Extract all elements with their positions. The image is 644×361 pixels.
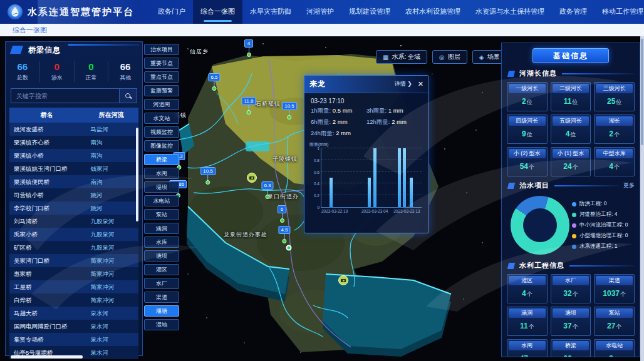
marker-dot	[287, 115, 291, 119]
nav-item[interactable]: 水资源与水土保持管理	[468, 0, 552, 24]
layer-button[interactable]: 重点节点	[144, 71, 179, 83]
table-row[interactable]: 集贤专场桥泉水河	[9, 333, 138, 346]
layer-button[interactable]: 重要节点	[144, 58, 179, 69]
marker-value: 10.5	[200, 167, 216, 175]
river-name-cell: 姚河	[84, 188, 138, 201]
station-marker[interactable]: 10.5	[200, 164, 216, 185]
metric-value: 1 mm	[388, 107, 403, 114]
table-row[interactable]: 矿区桥九股泉河	[9, 241, 138, 254]
layer-button[interactable]: 桥梁	[144, 154, 179, 165]
card-unit: 个	[573, 356, 578, 357]
marker-dot	[247, 53, 251, 57]
layer-button[interactable]: 渠道	[144, 292, 179, 303]
map-control-label: 水系: 全域	[392, 53, 420, 61]
layer-button[interactable]: 图像监控	[144, 140, 179, 151]
layer-button[interactable]: 湿地	[144, 319, 179, 330]
table-vertical-scrollbar[interactable]	[136, 128, 138, 221]
table-row[interactable]: 吴家湾门口桥简家冲河	[9, 254, 138, 267]
map-control[interactable]: ◎图层	[432, 50, 467, 64]
table-row[interactable]: 栗溪镇小桥南沟	[9, 149, 138, 162]
layer-button[interactable]: 堤坝	[144, 181, 179, 193]
stat-value: 66	[6, 61, 39, 72]
table-row[interactable]: 国网电网博爱门口桥泉水河	[9, 320, 138, 333]
station-marker[interactable]: 4	[244, 36, 253, 57]
table-row[interactable]: 栗溪镇姚玉湾门口桥钱家河	[9, 162, 138, 175]
layer-button[interactable]: 塘坝	[144, 250, 179, 262]
table-row[interactable]: 栗溪镇齐心桥南沟	[9, 136, 138, 149]
nav-item[interactable]: 政务门户	[150, 0, 193, 24]
nav-item[interactable]: 移动工作管理	[595, 0, 644, 24]
search-button[interactable]	[120, 88, 137, 103]
table-row[interactable]: 禹家小桥九股泉河	[9, 228, 138, 241]
table-row[interactable]: 刘马湾桥九股泉河	[9, 215, 138, 228]
layer-button[interactable]: 水库	[144, 236, 179, 248]
layer-button[interactable]: 灌区	[144, 264, 179, 275]
station-marker[interactable]: 6	[278, 202, 286, 223]
table-row[interactable]: 姚河发盛桥马盐河	[9, 123, 138, 136]
table-row[interactable]: 工星桥简家冲河	[9, 280, 138, 293]
nav-item[interactable]: 河湖管护	[299, 0, 341, 24]
card-value: 37个	[553, 318, 589, 334]
layer-button[interactable]: 监测预警	[144, 85, 179, 96]
basic-info-button[interactable]: 基础信息	[532, 48, 609, 63]
layer-button[interactable]: 河道闸	[144, 99, 179, 110]
table-row[interactable]: 马趟大桥泉水河	[9, 307, 138, 320]
river-name-cell: 泉水河	[84, 346, 138, 359]
layer-button[interactable]: 水电站	[144, 195, 179, 206]
poi-marker[interactable]	[286, 245, 292, 251]
table-row[interactable]: 栗溪镇便民桥南沟	[9, 175, 138, 188]
table-row[interactable]: 惠家桥简家冲河	[9, 267, 138, 280]
layer-button[interactable]: 水文站	[144, 113, 179, 124]
station-marker[interactable]: 6.5	[208, 70, 220, 91]
y-tick-label: 1	[317, 146, 319, 151]
main-area: 仙居乡溪镇石桥驿镇子陵铺镇泉口街道办龙泉街道办事处46.511.810.53.3…	[0, 36, 644, 361]
card-unit: 个	[620, 291, 626, 297]
camera-icon[interactable]	[338, 275, 348, 285]
y-tick-label: 0	[317, 205, 319, 210]
camera-icon[interactable]	[247, 173, 257, 183]
bridge-table-body: 姚河发盛桥马盐河栗溪镇齐心桥南沟栗溪镇小桥南沟栗溪镇姚玉湾门口桥钱家河栗溪镇便民…	[9, 123, 138, 359]
layers-icon: ◎	[439, 54, 445, 61]
station-marker[interactable]: 10.5	[282, 99, 297, 119]
section-hydraulic-works: 水利工程信息	[507, 261, 635, 270]
layer-button[interactable]: 泵站	[144, 209, 179, 220]
table-row[interactable]: 李学校门口桥姚河	[9, 201, 138, 215]
table-horizontal-scrollbar[interactable]	[11, 355, 83, 358]
river-name-cell: 南沟	[84, 136, 138, 149]
station-marker[interactable]: 4.5	[278, 223, 290, 243]
popup-detail-link[interactable]: 详情 ❯	[395, 80, 412, 88]
bridge-name-cell: 李学校门口桥	[9, 201, 84, 215]
section-bullet-icon	[507, 71, 515, 77]
layer-button[interactable]: 治水项目	[144, 44, 179, 55]
marker-dot	[283, 239, 287, 243]
scrollbar-thumb[interactable]	[641, 39, 643, 145]
nav-item[interactable]: 农村水利设施管理	[398, 0, 468, 24]
nav-item[interactable]: 政务管理	[552, 0, 595, 24]
chart-gridline	[321, 160, 422, 160]
search-input[interactable]	[11, 88, 120, 103]
station-marker[interactable]: 6.3	[261, 178, 273, 199]
map-control[interactable]: ▦水系: 全域	[376, 50, 427, 64]
nav-item[interactable]: 水旱灾害防御	[242, 0, 299, 24]
window-scrollbar[interactable]	[640, 36, 644, 361]
marker-dot	[212, 86, 217, 91]
card-unit: 位	[570, 131, 576, 138]
chart-gridline	[321, 183, 422, 183]
layer-button[interactable]: 水厂	[144, 278, 179, 289]
close-icon[interactable]: ✕	[418, 80, 423, 88]
nav-item[interactable]: 综合一张图	[193, 0, 242, 24]
station-marker[interactable]: 11.8	[242, 94, 256, 114]
nav-item[interactable]: 规划建设管理	[341, 0, 398, 24]
metric-label: 6h雨量:	[311, 118, 333, 125]
layer-button[interactable]: 堰塘	[144, 305, 179, 317]
layer-button[interactable]: 水闸	[144, 168, 179, 179]
chart-gridline	[321, 171, 422, 172]
more-link[interactable]: 更多	[623, 181, 635, 190]
layer-button[interactable]: 视频监控	[144, 126, 179, 138]
water-drop-glyph	[11, 7, 19, 17]
breadcrumb[interactable]: 综合一张图	[13, 26, 47, 34]
table-row[interactable]: 司营镇小桥姚河	[9, 188, 138, 201]
bridge-name-cell: 集贤专场桥	[9, 333, 84, 346]
table-row[interactable]: 白烨桥简家冲河	[9, 293, 138, 307]
layer-button[interactable]: 涵洞	[144, 223, 179, 234]
